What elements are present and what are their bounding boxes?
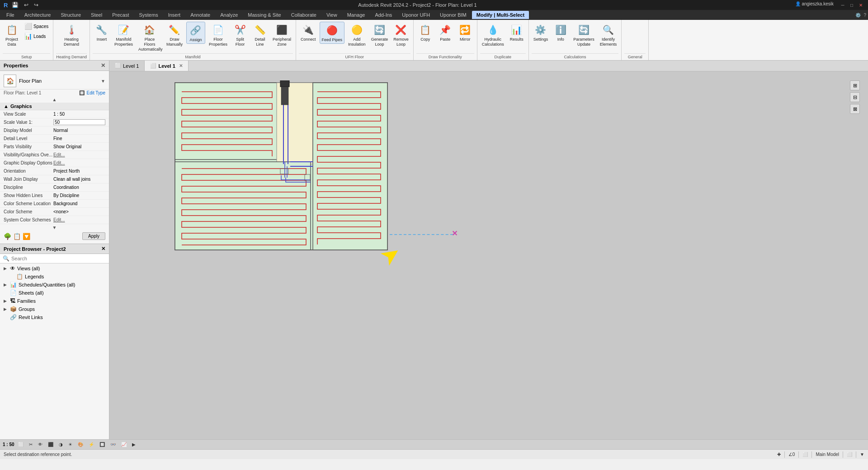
sun-path-btn[interactable]: ☀ <box>66 442 74 447</box>
help-icon[interactable]: ? <box>863 13 866 18</box>
tab-level1-active[interactable]: ⬜ Level 1 ✕ <box>145 61 188 71</box>
tab-view[interactable]: View <box>322 11 342 19</box>
tab-systems[interactable]: Systems <box>134 11 162 19</box>
draw-manually-btn[interactable]: ✏️ DrawManually <box>165 22 184 48</box>
visibility-graphics-link[interactable]: Edit... <box>53 152 105 157</box>
loads-btn[interactable]: 📊 Loads <box>23 32 50 41</box>
results-btn[interactable]: 📊 Results <box>508 22 526 43</box>
tab-manage[interactable]: Manage <box>343 11 370 19</box>
detail-line-btn[interactable]: 📏 DetailLine <box>251 22 269 48</box>
tab-analyze[interactable]: Analyze <box>216 11 242 19</box>
options-btn[interactable]: ⚙️ <box>855 13 861 18</box>
connect-btn[interactable]: 🔌 Connect <box>299 22 318 43</box>
workset-btn[interactable]: ⬜ <box>802 452 808 457</box>
tree-item-views[interactable]: ▶ 👁 Views (all) <box>0 264 109 273</box>
tab-steel[interactable]: Steel <box>86 11 107 19</box>
floor-props-btn[interactable]: 📄 FloorProperties <box>207 22 229 48</box>
hydraulic-btn[interactable]: 💧 HydraulicCalculations <box>480 22 506 48</box>
sync-view-btn[interactable]: ⊠ <box>850 104 860 114</box>
info-btn[interactable]: ℹ️ Info <box>552 22 570 43</box>
tab-modify[interactable]: Modify | Multi-Select <box>472 11 529 19</box>
place-floors-btn[interactable]: 🏠 Place FloorsAutomatically <box>137 22 163 52</box>
tab-file[interactable]: File <box>2 11 19 19</box>
tree-item-groups[interactable]: ▶ 📦 Groups <box>0 305 109 313</box>
scroll-up-arrow[interactable]: ▲ <box>0 96 109 103</box>
tab-collaborate[interactable]: Collaborate <box>287 11 321 19</box>
graphics-section-header[interactable]: ▲ Graphics <box>0 103 109 110</box>
identify-elements-btn[interactable]: 🔍 IdentifyElements <box>598 22 619 48</box>
tab-addins[interactable]: Add-Ins <box>370 11 396 19</box>
qat-undo[interactable]: ↩ <box>23 2 30 8</box>
scroll-down-arrow[interactable]: ▼ <box>0 224 109 230</box>
drawing-canvas[interactable]: ✕ ➤ ⊞ ⊟ ⊠ <box>109 71 868 439</box>
apply-button[interactable]: Apply <box>82 232 105 240</box>
zoom-fit-btn[interactable]: ⊞ <box>850 80 860 90</box>
tab-bg-label: Level 1 <box>123 63 139 69</box>
temp-hide-btn[interactable]: 👓 <box>108 442 118 447</box>
system-color-link[interactable]: Edit... <box>53 217 105 222</box>
view-scale-btn[interactable]: ⬜ <box>16 442 25 447</box>
design-options-btn[interactable]: ⬜ <box>847 452 852 457</box>
detail-display-btn[interactable]: ▶ <box>130 442 137 447</box>
split-floor-btn[interactable]: ✂️ SplitFloor <box>231 22 249 48</box>
zoom-region-btn[interactable]: ⊟ <box>850 92 860 102</box>
tab-level1-bg[interactable]: ⬜ Level 1 <box>109 61 145 71</box>
params-update-btn[interactable]: 🔄 ParametersUpdate <box>571 22 596 48</box>
filter-icon[interactable]: ▼ <box>860 452 864 457</box>
filter-btn[interactable]: 🔽 <box>23 233 30 240</box>
settings-btn[interactable]: ⚙️ Settings <box>532 22 550 43</box>
tab-precast[interactable]: Precast <box>108 11 133 19</box>
render-btn[interactable]: 🎨 <box>76 442 85 447</box>
edit-type-link[interactable]: 🔲 <box>79 90 85 95</box>
close-btn[interactable]: ✕ <box>857 1 864 9</box>
properties-close-btn[interactable]: ✕ <box>101 62 105 69</box>
tab-close-btn[interactable]: ✕ <box>179 63 183 68</box>
tab-uponor-ufh[interactable]: Uponor UFH <box>397 11 434 19</box>
tab-massing[interactable]: Massing & Site <box>243 11 285 19</box>
spaces-btn[interactable]: ⬜ Spaces <box>23 22 50 31</box>
minimize-btn[interactable]: ─ <box>839 1 846 9</box>
analysis-btn[interactable]: 📈 <box>119 442 128 447</box>
maximize-btn[interactable]: □ <box>848 1 855 9</box>
tree-item-sheets[interactable]: 📄 Sheets (all) <box>0 289 109 297</box>
pb-search-bar: 🔍 <box>0 254 109 263</box>
graphic-display-link[interactable]: Edit... <box>53 160 105 165</box>
qat-save[interactable]: 💾 <box>10 2 20 8</box>
paste-btn[interactable]: 📌 Paste <box>436 22 454 43</box>
tree-item-legends[interactable]: 📋 Legends <box>0 273 109 281</box>
tab-uponor-bim[interactable]: Uponor BIM <box>435 11 471 19</box>
tree-item-revit-links[interactable]: 🔗 Revit Links <box>0 313 109 321</box>
insert-manifold-btn[interactable]: 🔧 Insert <box>93 22 111 43</box>
manifold-props-btn[interactable]: 📝 ManifoldProperties <box>113 22 135 48</box>
remove-loop-btn[interactable]: ❌ RemoveLoop <box>392 22 410 48</box>
3d-view-btn[interactable]: ⬛ <box>46 442 55 447</box>
peripheral-zone-btn[interactable]: ⬛ PeripheralZone <box>271 22 293 48</box>
interference-btn[interactable]: ⚡ <box>87 442 96 447</box>
reveal-btn[interactable]: 🔲 <box>98 442 107 447</box>
feed-pipes-btn[interactable]: 🔴 Feed Pipes <box>320 22 345 44</box>
pb-close-btn[interactable]: ✕ <box>101 246 105 252</box>
heating-demand-btn[interactable]: 🌡️ HeatingDemand <box>62 22 81 48</box>
project-data-btn[interactable]: 📋 ProjectData <box>3 22 21 48</box>
tab-insert[interactable]: Insert <box>164 11 185 19</box>
edit-type-label[interactable]: Edit Type <box>86 90 105 95</box>
scale-value-input[interactable]: 50 <box>53 119 105 125</box>
tree-item-schedules[interactable]: ▶ 📊 Schedules/Quantities (all) <box>0 281 109 289</box>
tab-structure[interactable]: Structure <box>56 11 85 19</box>
list-view-btn[interactable]: 📋 <box>13 233 21 240</box>
tree-item-families[interactable]: ▶ 🏗 Families <box>0 297 109 305</box>
crop-btn[interactable]: ✂ <box>27 442 34 447</box>
search-input[interactable] <box>11 256 106 261</box>
tab-architecture[interactable]: Architecture <box>20 11 56 19</box>
copy-btn[interactable]: 📋 Copy <box>416 22 434 43</box>
add-insulation-btn[interactable]: 🟡 AddInsulation <box>346 22 368 48</box>
mirror-btn[interactable]: 🔁 Mirror <box>456 22 474 43</box>
type-dropdown-btn[interactable]: ▼ <box>101 79 105 84</box>
assign-btn[interactable]: 🔗 Assign <box>186 22 205 44</box>
qat-redo[interactable]: ↪ <box>33 2 40 8</box>
tab-annotate[interactable]: Annotate <box>186 11 215 19</box>
generate-loop-btn[interactable]: 🔄 GenerateLoop <box>369 22 390 48</box>
shadows-btn[interactable]: ◑ <box>57 442 65 447</box>
tree-view-btn[interactable]: 🌳 <box>4 233 11 240</box>
hide-crop-btn[interactable]: 👁 <box>36 442 44 447</box>
